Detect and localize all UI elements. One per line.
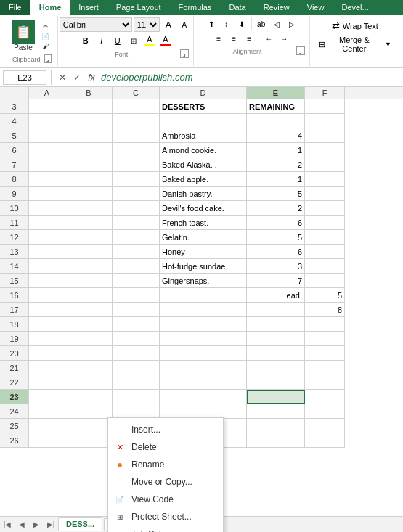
cell-a20[interactable] bbox=[29, 346, 65, 361]
alignment-expand[interactable]: ⌟ bbox=[296, 46, 304, 55]
row-header-25[interactable]: 25 bbox=[0, 419, 29, 433]
tab-file[interactable]: File bbox=[0, 0, 30, 15]
cell-c16[interactable] bbox=[113, 288, 160, 303]
col-header-d[interactable]: D bbox=[160, 87, 247, 99]
cell-b15[interactable] bbox=[65, 274, 113, 288]
cell-c7[interactable] bbox=[113, 157, 160, 172]
ctx-view-code[interactable]: 📄 View Code bbox=[108, 491, 223, 508]
cell-e14[interactable]: 3 bbox=[247, 259, 305, 274]
increase-font-button[interactable]: A bbox=[161, 17, 176, 32]
cell-a22[interactable] bbox=[29, 375, 65, 390]
cell-c21[interactable] bbox=[113, 361, 160, 375]
cell-b26[interactable] bbox=[65, 433, 113, 448]
sheet-nav-last[interactable]: ▶| bbox=[44, 517, 58, 533]
cell-b23[interactable] bbox=[65, 390, 113, 404]
cell-c24[interactable] bbox=[113, 404, 160, 419]
cell-c11[interactable] bbox=[113, 216, 160, 230]
align-top-button[interactable]: ⬆ bbox=[204, 17, 219, 30]
row-header-26[interactable]: 26 bbox=[0, 433, 29, 448]
row-header-14[interactable]: 14 bbox=[0, 259, 29, 274]
col-header-b[interactable]: B bbox=[65, 87, 113, 99]
cell-d14[interactable]: Hot-fudge sundae. bbox=[160, 259, 247, 274]
cell-f25[interactable] bbox=[305, 419, 345, 433]
cell-f26[interactable] bbox=[305, 433, 345, 448]
align-middle-button[interactable]: ↕ bbox=[219, 17, 234, 30]
cell-b4[interactable] bbox=[65, 114, 113, 128]
ctx-protect-sheet[interactable]: ⊞ Protect Sheet... bbox=[108, 508, 223, 525]
cell-f3[interactable] bbox=[305, 99, 345, 114]
cell-d5[interactable]: Ambrosia bbox=[160, 128, 247, 143]
row-header-24[interactable]: 24 bbox=[0, 404, 29, 419]
cell-a10[interactable] bbox=[29, 201, 65, 216]
cell-a17[interactable] bbox=[29, 303, 65, 317]
col-header-f[interactable]: F bbox=[305, 87, 345, 99]
cell-c8[interactable] bbox=[113, 172, 160, 187]
cell-b10[interactable] bbox=[65, 201, 113, 216]
cell-d3[interactable]: DESSERTS bbox=[160, 99, 247, 114]
cell-e19[interactable] bbox=[247, 332, 305, 346]
decrease-font-button[interactable]: A bbox=[177, 17, 192, 32]
cell-a11[interactable] bbox=[29, 216, 65, 230]
cell-f24[interactable] bbox=[305, 404, 345, 419]
cell-c4[interactable] bbox=[113, 114, 160, 128]
text-angle-button[interactable]: ab bbox=[254, 17, 269, 30]
cell-d10[interactable]: Devil's food cake. bbox=[160, 201, 247, 216]
cell-f15[interactable] bbox=[305, 274, 345, 288]
cell-a5[interactable] bbox=[29, 128, 65, 143]
cell-a19[interactable] bbox=[29, 332, 65, 346]
cell-b12[interactable] bbox=[65, 230, 113, 245]
row-header-5[interactable]: 5 bbox=[0, 128, 29, 143]
cell-f13[interactable] bbox=[305, 245, 345, 259]
cell-c13[interactable] bbox=[113, 245, 160, 259]
cell-c17[interactable] bbox=[113, 303, 160, 317]
cell-f10[interactable] bbox=[305, 201, 345, 216]
row-header-18[interactable]: 18 bbox=[0, 317, 29, 332]
cell-f4[interactable] bbox=[305, 114, 345, 128]
ctx-tab-color[interactable]: Tab Color ▶ bbox=[108, 525, 223, 532]
cell-c5[interactable] bbox=[113, 128, 160, 143]
cell-e3[interactable]: REMAINING bbox=[247, 99, 305, 114]
cell-b14[interactable] bbox=[65, 259, 113, 274]
cell-a7[interactable] bbox=[29, 157, 65, 172]
cell-d17[interactable] bbox=[160, 303, 247, 317]
cell-f20[interactable] bbox=[305, 346, 345, 361]
merge-center-button[interactable]: ⊞ Merge & Center ▼ bbox=[316, 34, 394, 54]
cell-e8[interactable]: 1 bbox=[247, 172, 305, 187]
row-header-15[interactable]: 15 bbox=[0, 274, 29, 288]
cell-d19[interactable] bbox=[160, 332, 247, 346]
row-header-3[interactable]: 3 bbox=[0, 99, 29, 114]
cell-d11[interactable]: French toast. bbox=[160, 216, 247, 230]
cell-d20[interactable] bbox=[160, 346, 247, 361]
decrease-indent-button[interactable]: ← bbox=[261, 32, 276, 45]
cell-f14[interactable] bbox=[305, 259, 345, 274]
row-header-11[interactable]: 11 bbox=[0, 216, 29, 230]
cell-d22[interactable] bbox=[160, 375, 247, 390]
cell-e4[interactable] bbox=[247, 114, 305, 128]
cell-c15[interactable] bbox=[113, 274, 160, 288]
italic-button[interactable]: I bbox=[94, 33, 109, 48]
cell-c22[interactable] bbox=[113, 375, 160, 390]
fill-color-button[interactable]: A bbox=[142, 33, 157, 48]
row-header-21[interactable]: 21 bbox=[0, 361, 29, 375]
cell-d23[interactable] bbox=[160, 390, 247, 404]
align-bottom-button[interactable]: ⬇ bbox=[235, 17, 249, 30]
cell-f8[interactable] bbox=[305, 172, 345, 187]
cell-b8[interactable] bbox=[65, 172, 113, 187]
cell-b21[interactable] bbox=[65, 361, 113, 375]
cell-a3[interactable] bbox=[29, 99, 65, 114]
cell-a18[interactable] bbox=[29, 317, 65, 332]
format-painter-button[interactable]: 🖌 bbox=[39, 42, 52, 51]
cell-e12[interactable]: 5 bbox=[247, 230, 305, 245]
copy-button[interactable]: 📄 bbox=[39, 32, 52, 41]
cell-c23[interactable] bbox=[113, 390, 160, 404]
bold-button[interactable]: B bbox=[78, 33, 93, 48]
cell-b3[interactable] bbox=[65, 99, 113, 114]
cell-e23[interactable] bbox=[247, 390, 305, 404]
cell-d9[interactable]: Danish pastry. bbox=[160, 187, 247, 201]
cell-d13[interactable]: Honey bbox=[160, 245, 247, 259]
cell-e21[interactable] bbox=[247, 361, 305, 375]
cell-b24[interactable] bbox=[65, 404, 113, 419]
cell-e5[interactable]: 4 bbox=[247, 128, 305, 143]
cell-f9[interactable] bbox=[305, 187, 345, 201]
cell-c18[interactable] bbox=[113, 317, 160, 332]
